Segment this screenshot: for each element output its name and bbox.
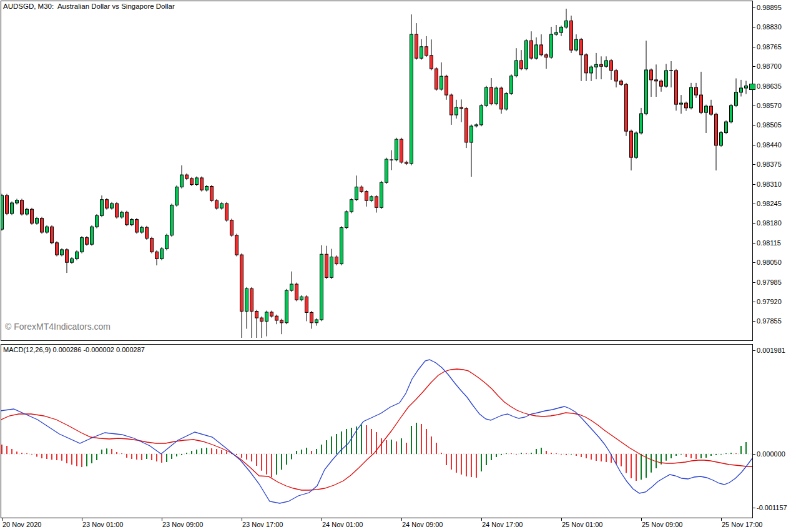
macd-axis-label: -0.001157 — [757, 504, 787, 511]
price-axis-label: 0.98830 — [757, 23, 782, 31]
macd-axis-tick — [753, 508, 755, 508]
price-panel[interactable] — [1, 1, 753, 341]
price-axis-label: 0.98050 — [757, 259, 782, 266]
price-axis-label: 0.97920 — [757, 298, 782, 305]
time-axis-label: 23 Nov 17:00 — [242, 521, 283, 528]
price-axis-label: 0.98505 — [757, 121, 782, 129]
price-axis-tick — [753, 282, 755, 283]
time-axis-label: 25 Nov 09:00 — [642, 521, 682, 528]
price-axis-tick — [753, 164, 755, 165]
price-axis-label: 0.98635 — [757, 82, 782, 90]
price-axis-label: 0.98180 — [757, 219, 782, 227]
price-axis-tick — [753, 7, 755, 8]
price-axis-tick — [753, 125, 755, 126]
price-axis-label: 0.97985 — [757, 278, 782, 286]
macd-indicator-label: MACD(12,26,9) 0.000286 -0.000002 0.00028… — [3, 346, 145, 353]
macd-axis-label: 0.001981 — [757, 347, 785, 354]
macd-panel[interactable] — [1, 344, 753, 518]
macd-axis-tick — [753, 454, 755, 455]
time-axis-label: 23 Nov 01:00 — [82, 521, 123, 528]
price-axis-tick — [753, 204, 755, 204]
time-axis-label: 25 Nov 01:00 — [562, 521, 602, 528]
price-axis-label: 0.98570 — [757, 102, 782, 109]
price-axis-tick — [753, 47, 755, 47]
price-axis-tick — [753, 145, 755, 145]
price-axis-label: 0.98375 — [757, 160, 782, 168]
time-axis-label: 24 Nov 01:00 — [322, 521, 363, 528]
price-axis-label: 0.98895 — [757, 4, 782, 11]
time-axis-label: 25 Nov 17:00 — [722, 521, 762, 528]
candlestick-chart[interactable] — [1, 1, 752, 340]
price-axis-label: 0.98115 — [757, 239, 781, 247]
price-axis-tick — [753, 243, 755, 244]
chart-window: AUDSGD, M30: Australian Dollar vs Singap… — [0, 0, 796, 532]
price-axis-tick — [753, 223, 755, 224]
macd-axis-label: 0.000000 — [757, 450, 785, 458]
price-axis-label: 0.98765 — [757, 43, 782, 51]
chart-title: AUDSGD, M30: Australian Dollar vs Singap… — [3, 2, 175, 10]
price-axis-tick — [753, 66, 755, 67]
price-axis-label: 0.98310 — [757, 180, 782, 188]
price-axis-tick — [753, 262, 755, 263]
price-axis-label: 0.98245 — [757, 200, 782, 207]
price-axis-tick — [753, 27, 755, 27]
macd-axis-tick — [753, 350, 755, 351]
price-axis-tick — [753, 302, 755, 302]
macd-chart[interactable] — [1, 345, 752, 518]
time-axis-label: 20 Nov 2020 — [2, 521, 41, 528]
price-axis-tick — [753, 321, 755, 322]
price-axis-label: 0.98700 — [757, 62, 782, 70]
time-axis-label: 23 Nov 09:00 — [162, 521, 203, 528]
price-axis-label: 0.98440 — [757, 141, 782, 149]
price-axis-label: 0.97855 — [757, 317, 782, 325]
price-axis-tick — [753, 184, 755, 185]
price-axis-tick — [753, 106, 755, 106]
time-axis-label: 24 Nov 09:00 — [402, 521, 443, 528]
watermark: © ForexMT4Indicators.com — [5, 322, 111, 332]
time-axis-label: 24 Nov 17:00 — [482, 521, 523, 528]
current-price-marker — [749, 84, 755, 90]
